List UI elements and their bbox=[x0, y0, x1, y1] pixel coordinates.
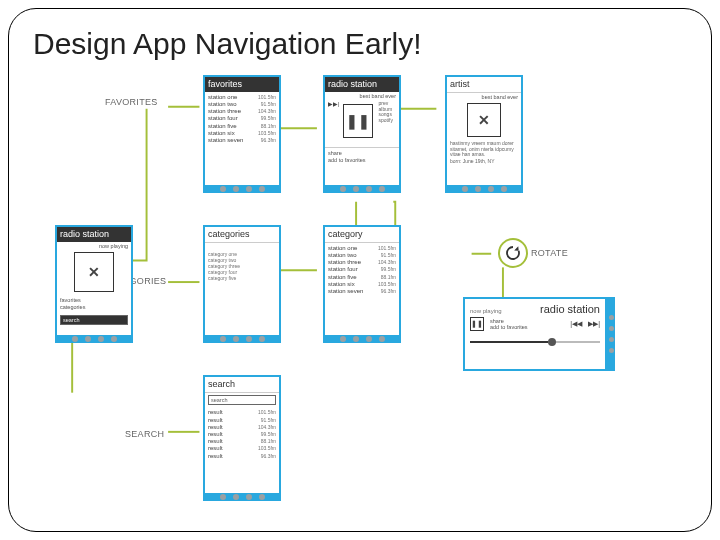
nav-dots bbox=[609, 299, 614, 369]
list-item: category five bbox=[208, 275, 276, 281]
screen-artist-header: artist bbox=[447, 77, 521, 93]
list-item: station four99.5fm bbox=[328, 266, 396, 273]
search-input[interactable]: search bbox=[60, 315, 128, 326]
list-item: station six103.5fm bbox=[208, 130, 276, 137]
search-input[interactable]: search bbox=[208, 395, 276, 406]
list-item: result101.5fm bbox=[208, 409, 276, 416]
pause-icon[interactable]: ❚❚ bbox=[470, 317, 484, 331]
screen-favorites-body: station one101.5fm station two91.5fm sta… bbox=[205, 92, 279, 148]
screen-artist[interactable]: artist best band ever ✕ hastinmy vreem m… bbox=[445, 75, 523, 193]
screen-favorites-header: favorites bbox=[205, 77, 279, 92]
list-item: station seven96.3fm bbox=[208, 137, 276, 144]
list-item: station two91.5fm bbox=[328, 252, 396, 259]
nav-dots bbox=[205, 336, 279, 342]
screen-artist-sub: best band ever bbox=[447, 93, 521, 101]
list-item: station three104.3fm bbox=[328, 259, 396, 266]
artist-bio2: born: June 19th, NY bbox=[447, 159, 521, 167]
screen-np-sub: now playing bbox=[57, 242, 131, 250]
link-add-favorite[interactable]: add to favorites bbox=[328, 157, 396, 164]
list-item: result99.5fm bbox=[208, 431, 276, 438]
list-item: result104.3fm bbox=[208, 424, 276, 431]
screen-categories-header: categories bbox=[205, 227, 279, 243]
slide-frame: Design App Navigation Early! bbox=[8, 8, 712, 532]
label-favorites: FAVORITES bbox=[105, 97, 158, 107]
list-item: station two91.5fm bbox=[208, 101, 276, 108]
list-item: station three104.3fm bbox=[208, 108, 276, 115]
diagram-canvas: FAVORITES CATEGORIES SEARCH ROTATE favor… bbox=[33, 65, 687, 505]
screen-search-header: search bbox=[205, 377, 279, 393]
artist-bio: hastinmy vreem maum dorer sitamet, onim … bbox=[447, 140, 521, 159]
next-icon[interactable]: ▶▶| bbox=[588, 320, 600, 328]
close-icon[interactable]: ✕ bbox=[467, 103, 501, 137]
list-item: station six103.5fm bbox=[328, 281, 396, 288]
screen-radio-sub: best band ever bbox=[325, 92, 399, 100]
refresh-icon bbox=[504, 244, 522, 262]
list-item: station one101.5fm bbox=[208, 94, 276, 101]
slide-title: Design App Navigation Early! bbox=[33, 27, 687, 61]
link-favorites[interactable]: favorites bbox=[60, 297, 128, 304]
list-item: result96.3fm bbox=[208, 453, 276, 460]
screen-search[interactable]: search search result101.5fm result91.5fm… bbox=[203, 375, 281, 501]
nav-dots bbox=[205, 494, 279, 500]
label-search: SEARCH bbox=[125, 429, 164, 439]
list-item: station one101.5fm bbox=[328, 245, 396, 252]
list-item: result91.5fm bbox=[208, 417, 276, 424]
nav-dots bbox=[325, 186, 399, 192]
screen-radio-station[interactable]: radio station best band ever ▶▶| ❚❚ prev… bbox=[323, 75, 401, 193]
screen-landscape-player[interactable]: now playing radio station ❚❚ share add t… bbox=[463, 297, 615, 371]
landscape-name: radio station bbox=[540, 303, 600, 315]
screen-np-header: radio station bbox=[57, 227, 131, 242]
screen-categories[interactable]: categories category one category two cat… bbox=[203, 225, 281, 343]
nav-dots bbox=[325, 336, 399, 342]
list-item: station five88.1fm bbox=[208, 123, 276, 130]
list-item: result88.1fm bbox=[208, 438, 276, 445]
scrubber[interactable] bbox=[470, 341, 600, 343]
screen-favorites[interactable]: favorites station one101.5fm station two… bbox=[203, 75, 281, 193]
label-rotate: ROTATE bbox=[531, 248, 568, 258]
list-item: station five88.1fm bbox=[328, 274, 396, 281]
list-item: station seven96.3fm bbox=[328, 288, 396, 295]
nav-dots bbox=[447, 186, 521, 192]
nav-dots bbox=[205, 186, 279, 192]
link-share[interactable]: share bbox=[328, 150, 396, 157]
screen-category[interactable]: category station one101.5fm station two9… bbox=[323, 225, 401, 343]
landscape-nowplaying: now playing bbox=[470, 308, 502, 314]
link-categories[interactable]: categories bbox=[60, 304, 128, 311]
screen-radio-header: radio station bbox=[325, 77, 399, 92]
rotate-icon bbox=[498, 238, 528, 268]
prev-icon[interactable]: |◀◀ bbox=[570, 320, 582, 328]
nav-dots bbox=[57, 336, 131, 342]
pause-icon[interactable]: ❚❚ bbox=[343, 104, 373, 138]
screen-now-playing[interactable]: radio station now playing ✕ favorites ca… bbox=[55, 225, 133, 343]
list-item: station four99.5fm bbox=[208, 115, 276, 122]
close-icon[interactable]: ✕ bbox=[74, 252, 114, 292]
screen-category-header: category bbox=[325, 227, 399, 243]
link-add-favorite[interactable]: add to favorites bbox=[490, 324, 528, 330]
list-item: result103.5fm bbox=[208, 445, 276, 452]
